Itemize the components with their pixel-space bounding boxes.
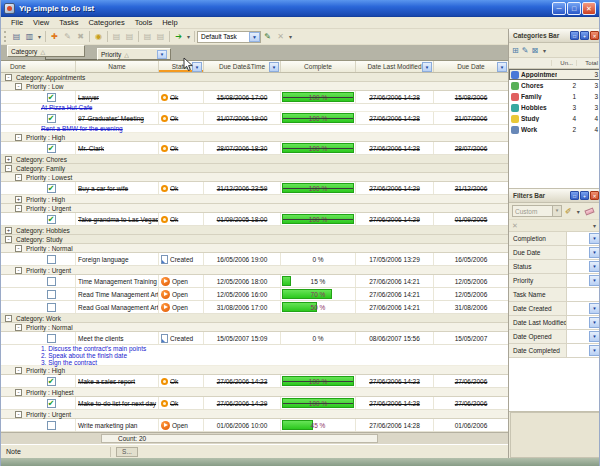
task-row[interactable]: ✔97-Graduates' MeetingOk31/07/2006 19:00… bbox=[1, 112, 508, 125]
menu-tasks[interactable]: Tasks bbox=[54, 18, 83, 27]
task-row[interactable]: Time Management TrainingOpen12/05/2006 1… bbox=[1, 275, 508, 288]
note-row[interactable]: Rent a BMW for the evening bbox=[1, 125, 508, 133]
task-row[interactable]: ✔Make to-do list for next dayOk27/06/200… bbox=[1, 397, 508, 410]
group-button-priority[interactable]: Priority △ ▼ bbox=[97, 48, 171, 60]
filter-dropdown-arrow-icon[interactable]: ▼ bbox=[589, 247, 600, 258]
expander-icon[interactable]: - bbox=[15, 411, 22, 418]
panel-menu-icon[interactable]: □ bbox=[570, 31, 579, 40]
filter-dropdown-arrow-icon[interactable]: ▼ bbox=[589, 261, 600, 272]
combo-arrow-icon[interactable]: ▼ bbox=[552, 206, 561, 216]
category-list-item[interactable]: Study44 bbox=[509, 113, 600, 124]
done-checkbox[interactable]: ✔ bbox=[47, 93, 56, 102]
column-total[interactable]: Total bbox=[576, 60, 600, 66]
column-header-done[interactable]: Done bbox=[1, 61, 76, 72]
task-row[interactable]: ✔Take grandma to Las VegasOk01/09/2005 1… bbox=[1, 213, 508, 226]
edit-category-icon[interactable]: ✎ bbox=[522, 46, 529, 55]
minimize-button[interactable]: ─ bbox=[552, 2, 566, 15]
filters-overflow-icon[interactable]: ▾ bbox=[593, 222, 596, 229]
group-button-category[interactable]: Category △ bbox=[7, 45, 85, 57]
done-checkbox[interactable]: ✔ bbox=[47, 184, 56, 193]
task-row[interactable]: Foreign languageCreated16/05/2006 19:000… bbox=[1, 253, 508, 266]
expander-icon[interactable]: + bbox=[15, 196, 22, 203]
column-header-complete[interactable]: Complete bbox=[281, 61, 356, 72]
task-row[interactable]: Meet the clientsCreated15/05/2007 15:090… bbox=[1, 332, 508, 345]
category-group-row[interactable]: +Category: Chores bbox=[1, 155, 508, 164]
task-row[interactable]: ✔Mr. ClarkOk28/07/2006 18:30100 %27/06/2… bbox=[1, 142, 508, 155]
note-row[interactable]: 1. Discuss the contract's main points2. … bbox=[1, 345, 508, 366]
column-filter-arrow-icon[interactable]: ▼ bbox=[269, 62, 279, 72]
category-list-item[interactable]: Hobbies33 bbox=[509, 102, 600, 113]
remove-filter-icon[interactable]: ✕ bbox=[512, 222, 518, 230]
manage-default-task-icon[interactable]: ✎ bbox=[261, 30, 274, 43]
column-filter-arrow-icon[interactable]: ▼ bbox=[192, 62, 202, 72]
expander-icon[interactable]: - bbox=[5, 165, 12, 172]
expander-icon[interactable]: - bbox=[15, 205, 22, 212]
column-header-name[interactable]: Name bbox=[76, 61, 159, 72]
panel-menu-icon[interactable]: □ bbox=[570, 191, 579, 200]
complete-task-icon[interactable]: ➔ bbox=[172, 30, 185, 43]
indent-icon[interactable]: ▤ bbox=[141, 30, 154, 43]
done-checkbox[interactable] bbox=[47, 255, 56, 264]
category-list-item[interactable]: Work24 bbox=[509, 124, 600, 135]
task-row[interactable]: ✔Make a sales reportOk27/06/2006 14:2310… bbox=[1, 375, 508, 388]
expander-icon[interactable]: - bbox=[5, 236, 12, 243]
task-row[interactable]: ✔Buy a car for wifeOk31/12/2006 23:59100… bbox=[1, 182, 508, 195]
done-checkbox[interactable] bbox=[47, 334, 56, 343]
column-filter-arrow-icon[interactable]: ▼ bbox=[422, 62, 432, 72]
expander-icon[interactable]: + bbox=[5, 156, 12, 163]
print-preview-icon[interactable]: ▥ bbox=[23, 30, 36, 43]
view-note-icon[interactable]: ◉ bbox=[92, 30, 105, 43]
move-up-icon[interactable]: ▤ bbox=[110, 30, 123, 43]
done-checkbox[interactable]: ✔ bbox=[47, 377, 56, 386]
filter-value[interactable]: ▼ bbox=[567, 260, 600, 273]
done-checkbox[interactable] bbox=[47, 277, 56, 286]
menu-help[interactable]: Help bbox=[157, 18, 182, 27]
priority-group-row[interactable]: -Priority : High bbox=[1, 133, 508, 142]
panel-close-icon[interactable]: ✕ bbox=[590, 191, 599, 200]
priority-group-row[interactable]: -Priority : Highest bbox=[1, 388, 508, 397]
maximize-button[interactable]: □ bbox=[567, 2, 581, 15]
category-list-item[interactable]: Appointments3 bbox=[509, 69, 600, 80]
filter-dropdown-arrow-icon[interactable]: ▼ bbox=[589, 233, 600, 244]
filter-value[interactable]: ▼ bbox=[567, 232, 600, 245]
priority-group-row[interactable]: -Priority : Normal bbox=[1, 244, 508, 253]
column-header-due-date[interactable]: Due Date▼ bbox=[434, 61, 508, 72]
category-group-row[interactable]: -Category: Family bbox=[1, 164, 508, 173]
status-truncated-button[interactable]: S... bbox=[116, 447, 138, 457]
panel-pin-icon[interactable]: + bbox=[580, 31, 589, 40]
print-icon[interactable]: ▤ bbox=[10, 30, 23, 43]
priority-group-row[interactable]: -Priority : Urgent bbox=[1, 204, 508, 213]
filter-dropdown-arrow-icon[interactable]: ▼ bbox=[589, 275, 600, 286]
filter-preset-combobox[interactable]: Custom ▼ bbox=[512, 205, 562, 217]
print-overflow-icon[interactable]: ▾ bbox=[38, 33, 41, 40]
column-header-due-date-time[interactable]: Due Date&Time▼ bbox=[204, 61, 281, 72]
clear-default-task-icon[interactable]: ✕ bbox=[274, 30, 287, 43]
category-list-item[interactable]: Chores23 bbox=[509, 80, 600, 91]
priority-filter-arrow-icon[interactable]: ▼ bbox=[157, 50, 167, 59]
priority-group-row[interactable]: -Priority : Normal bbox=[1, 323, 508, 332]
task-row[interactable]: Read Goal Management ArticleOpen31/08/20… bbox=[1, 301, 508, 314]
done-checkbox[interactable]: ✔ bbox=[47, 144, 56, 153]
expander-icon[interactable]: - bbox=[15, 134, 22, 141]
combo-arrow-icon[interactable]: ▼ bbox=[249, 32, 260, 42]
done-checkbox[interactable]: ✔ bbox=[47, 215, 56, 224]
edit-task-icon[interactable]: ✎ bbox=[61, 30, 74, 43]
priority-group-row[interactable]: +Priority : High bbox=[1, 195, 508, 204]
note-row[interactable]: At Pizza Hut Cafe bbox=[1, 104, 508, 112]
menu-file[interactable]: File bbox=[6, 18, 28, 27]
task-row[interactable]: Write marketing planOpen01/06/2006 10:00… bbox=[1, 419, 508, 432]
close-button[interactable]: ✕ bbox=[582, 2, 596, 15]
filter-value[interactable]: ▼ bbox=[567, 330, 600, 343]
filter-value[interactable]: ▼ bbox=[567, 344, 600, 357]
expander-icon[interactable]: - bbox=[15, 83, 22, 90]
done-checkbox[interactable] bbox=[47, 421, 56, 430]
panel-pin-icon[interactable]: + bbox=[580, 191, 589, 200]
categories-overflow-icon[interactable]: ▾ bbox=[543, 47, 546, 54]
expander-icon[interactable]: - bbox=[5, 315, 12, 322]
priority-group-row[interactable]: -Priority : Urgent bbox=[1, 266, 508, 275]
new-task-icon[interactable]: ✚ bbox=[48, 30, 61, 43]
filter-value[interactable]: ▼ bbox=[567, 274, 600, 287]
complete-overflow-icon[interactable]: ▾ bbox=[187, 33, 190, 40]
done-checkbox[interactable]: ✔ bbox=[47, 114, 56, 123]
category-group-row[interactable]: +Category: Hobbies bbox=[1, 226, 508, 235]
